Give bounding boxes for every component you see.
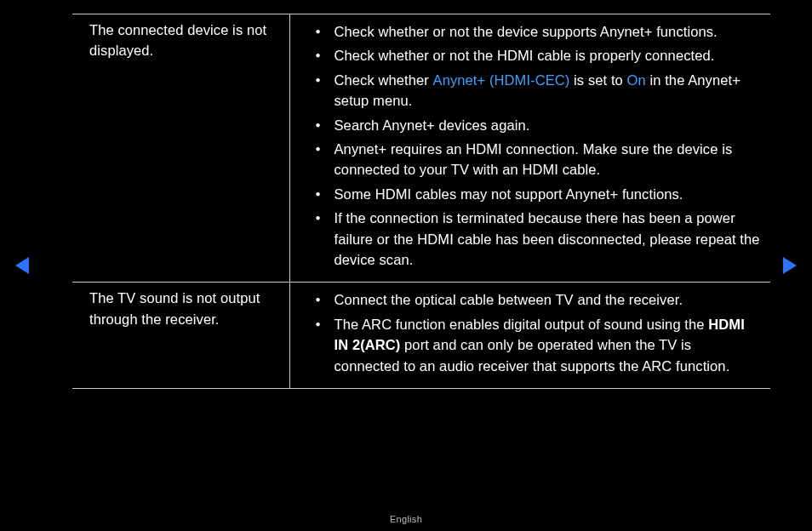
text: Check whether or not the HDMI cable is p… (335, 48, 715, 63)
text: Check whether or not the device supports… (335, 24, 718, 39)
list-item: Search Anynet+ devices again. (307, 115, 761, 135)
list-item: If the connection is terminated because … (307, 208, 761, 270)
text: The ARC function enables digital output … (335, 317, 709, 332)
text: Some HDMI cables may not support Anynet+… (335, 186, 683, 202)
solution-cell: Check whether or not the device supports… (289, 14, 770, 283)
list-item: The ARC function enables digital output … (307, 314, 761, 376)
text: is set to (569, 72, 626, 88)
solution-list: Connect the optical cable between TV and… (307, 289, 761, 376)
highlight-text: On (627, 72, 646, 88)
issue-cell: The connected device is not displayed. (72, 14, 289, 283)
list-item: Anynet+ requires an HDMI connection. Mak… (307, 139, 761, 180)
page-language-footer: English (0, 514, 812, 524)
troubleshooting-table-wrapper: The connected device is not displayed.Ch… (72, 14, 770, 389)
text: Connect the optical cable between TV and… (335, 292, 683, 307)
list-item: Connect the optical cable between TV and… (307, 289, 761, 310)
text: Search Anynet+ devices again. (335, 117, 530, 133)
list-item: Check whether or not the device supports… (307, 21, 761, 42)
text: Check whether (335, 72, 433, 88)
next-page-arrow[interactable] (783, 257, 797, 274)
issue-cell: The TV sound is not output through the r… (72, 283, 289, 389)
text: If the connection is terminated because … (335, 210, 760, 267)
troubleshooting-table: The connected device is not displayed.Ch… (72, 14, 770, 389)
prev-page-arrow[interactable] (15, 257, 29, 274)
solution-cell: Connect the optical cable between TV and… (289, 283, 770, 389)
table-row: The TV sound is not output through the r… (72, 283, 770, 389)
list-item: Check whether or not the HDMI cable is p… (307, 45, 761, 66)
highlight-text: Anynet+ (HDMI-CEC) (433, 72, 570, 88)
table-row: The connected device is not displayed.Ch… (72, 14, 770, 283)
list-item: Some HDMI cables may not support Anynet+… (307, 184, 761, 204)
list-item: Check whether Anynet+ (HDMI-CEC) is set … (307, 70, 761, 111)
solution-list: Check whether or not the device supports… (307, 21, 761, 270)
text: Anynet+ requires an HDMI connection. Mak… (335, 141, 733, 177)
